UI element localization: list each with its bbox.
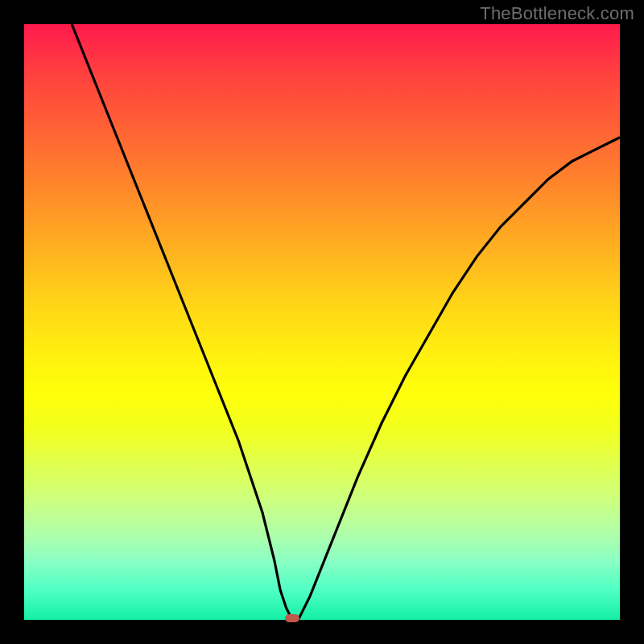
bottleneck-curve (24, 24, 620, 620)
watermark-text: TheBottleneck.com (480, 3, 634, 24)
chart-frame: TheBottleneck.com (0, 0, 644, 644)
minimum-marker (285, 614, 299, 622)
